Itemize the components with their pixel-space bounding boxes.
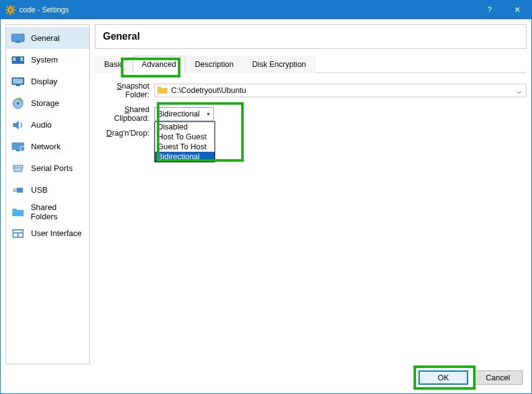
triangle-down-icon: ▼ xyxy=(206,112,211,117)
sidebar-item-usb[interactable]: USB xyxy=(6,179,89,201)
tab-bar: Basic Advanced Description Disk Encrypti… xyxy=(95,55,526,73)
sidebar-item-user-interface[interactable]: User Interface xyxy=(6,222,89,244)
svg-rect-33 xyxy=(19,234,22,237)
svg-rect-28 xyxy=(13,188,17,192)
sidebar-item-audio[interactable]: Audio xyxy=(6,114,89,136)
sidebar-item-label: Serial Ports xyxy=(31,164,73,173)
footer: OK Cancel xyxy=(6,364,526,388)
svg-rect-31 xyxy=(14,230,22,232)
sidebar-item-label: General xyxy=(31,33,60,43)
clipboard-option-bidirectional[interactable]: Bidirectional xyxy=(155,152,215,162)
svg-point-1 xyxy=(9,9,12,11)
help-button[interactable]: ? xyxy=(476,1,503,19)
shared-clipboard-combo[interactable]: Bidirectional ▼ Disabled Host To Guest G… xyxy=(154,107,214,121)
shared-clipboard-label: Shared Clipboard: xyxy=(95,105,154,123)
svg-rect-15 xyxy=(20,58,23,59)
svg-point-21 xyxy=(17,102,19,105)
svg-line-9 xyxy=(13,6,14,7)
svg-line-8 xyxy=(7,12,8,14)
form-area: Snapshot Folder: C:\Codetryout\Ubuntu ⌵ … xyxy=(95,73,526,144)
serial-icon xyxy=(11,162,25,175)
sidebar-item-general[interactable]: General xyxy=(6,27,89,49)
cancel-button[interactable]: Cancel xyxy=(473,370,523,385)
snapshot-folder-label: Snapshot Folder: xyxy=(95,82,154,99)
snapshot-folder-input[interactable]: C:\Codetryout\Ubuntu ⌵ xyxy=(154,84,526,97)
gear-icon xyxy=(6,5,16,15)
sidebar-item-serial-ports[interactable]: Serial Ports xyxy=(6,157,89,179)
network-icon xyxy=(11,141,25,153)
svg-point-27 xyxy=(20,167,21,169)
sidebar-item-label: User Interface xyxy=(31,229,82,238)
sidebar-item-label: Audio xyxy=(31,120,51,129)
ok-button[interactable]: OK xyxy=(419,370,468,385)
ui-icon xyxy=(11,227,25,240)
shared-clipboard-dropdown: Disabled Host To Guest Guest To Host Bid… xyxy=(154,121,215,162)
content-panel: General Basic Advanced Description Disk … xyxy=(95,24,526,364)
sidebar-item-label: Storage xyxy=(31,98,60,108)
svg-rect-16 xyxy=(20,59,23,61)
svg-point-26 xyxy=(17,167,19,169)
close-button[interactable]: × xyxy=(503,1,531,19)
folder-icon xyxy=(11,206,24,218)
sidebar-item-display[interactable]: Display xyxy=(6,71,89,92)
settings-window: code - Settings ? × General System Displ… xyxy=(0,0,532,394)
drag-n-drop-label: Drag'n'Drop: xyxy=(95,129,154,138)
svg-point-25 xyxy=(15,167,16,169)
audio-icon xyxy=(11,119,25,131)
sidebar-item-storage[interactable]: Storage xyxy=(6,92,89,114)
tab-basic[interactable]: Basic xyxy=(95,56,133,73)
svg-rect-10 xyxy=(12,34,24,42)
snapshot-folder-value: C:\Codetryout\Ubuntu xyxy=(171,86,515,95)
svg-rect-29 xyxy=(17,188,23,193)
window-title: code - Settings xyxy=(19,6,476,14)
tab-disk-encryption[interactable]: Disk Encryption xyxy=(243,56,316,73)
svg-line-6 xyxy=(7,6,8,7)
tab-description[interactable]: Description xyxy=(185,56,243,73)
content-header: General xyxy=(95,24,526,49)
chevron-down-icon[interactable]: ⌵ xyxy=(515,86,523,95)
svg-rect-14 xyxy=(13,59,16,61)
folder-icon xyxy=(157,86,167,95)
tab-advanced[interactable]: Advanced xyxy=(133,56,186,73)
sidebar-item-label: Display xyxy=(31,77,58,86)
sidebar-item-label: Network xyxy=(31,142,61,151)
clipboard-option-guest-to-host[interactable]: Guest To Host xyxy=(155,142,215,152)
sidebar-item-label: System xyxy=(31,55,58,64)
svg-rect-23 xyxy=(16,150,20,151)
sidebar-item-system[interactable]: System xyxy=(6,49,89,71)
clipboard-option-disabled[interactable]: Disabled xyxy=(155,122,215,132)
svg-rect-18 xyxy=(13,79,23,84)
svg-point-24 xyxy=(20,146,25,151)
titlebar: code - Settings ? × xyxy=(1,1,531,19)
clipboard-option-host-to-guest[interactable]: Host To Guest xyxy=(155,132,215,142)
sidebar: General System Display Storage Audio xyxy=(6,24,90,364)
display-icon xyxy=(11,76,25,88)
system-icon xyxy=(11,54,25,66)
page-title: General xyxy=(103,31,518,42)
svg-rect-13 xyxy=(13,58,16,59)
general-icon xyxy=(11,32,25,45)
svg-rect-19 xyxy=(16,85,20,86)
svg-line-7 xyxy=(13,12,14,14)
sidebar-item-label: USB xyxy=(31,185,48,195)
svg-rect-32 xyxy=(14,234,17,237)
sidebar-item-shared-folders[interactable]: Shared Folders xyxy=(6,201,89,222)
storage-icon xyxy=(11,97,25,110)
usb-icon xyxy=(11,184,25,196)
sidebar-item-network[interactable]: Network xyxy=(6,136,89,157)
svg-rect-11 xyxy=(16,42,20,43)
sidebar-item-label: Shared Folders xyxy=(30,203,84,221)
